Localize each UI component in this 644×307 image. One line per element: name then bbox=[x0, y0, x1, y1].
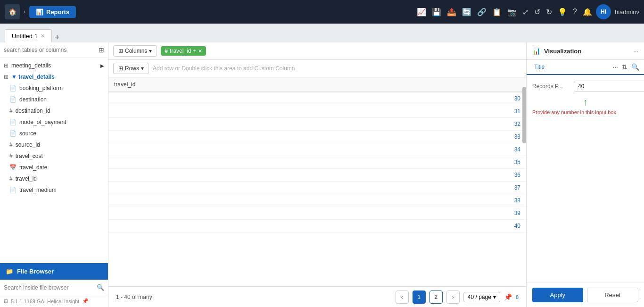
share-icon[interactable]: 🔗 bbox=[477, 8, 487, 17]
reports-button[interactable]: 📊 Reports bbox=[29, 6, 76, 18]
table-row: 31 bbox=[108, 105, 526, 118]
table-row: 37 bbox=[108, 182, 526, 194]
reports-icon: 📊 bbox=[36, 8, 43, 16]
file-browser-button[interactable]: 📁 File Browser bbox=[0, 263, 108, 280]
tree-item-travel-medium[interactable]: 📄 travel_medium bbox=[0, 184, 108, 196]
data-area: travel_id 3031323334353637383940 1 - 40 … bbox=[108, 77, 526, 307]
tree-item-label: destination bbox=[19, 96, 47, 103]
tree-item-source-id[interactable]: # source_id bbox=[0, 139, 108, 150]
hash-icon: # bbox=[9, 108, 13, 114]
undo-icon[interactable]: ↺ bbox=[534, 8, 540, 17]
tree-item-booking-platform[interactable]: 📄 booking_platform bbox=[0, 83, 108, 94]
search-tables-input[interactable] bbox=[4, 47, 96, 53]
vertical-scrollbar[interactable] bbox=[522, 77, 526, 283]
tab-title[interactable]: Title bbox=[527, 60, 552, 75]
username-label: hiadminv bbox=[615, 8, 639, 16]
file-browser-search-bar: 🔍 bbox=[0, 280, 108, 295]
table-icon: ⊞ bbox=[4, 62, 8, 69]
camera-icon[interactable]: 📷 bbox=[507, 8, 517, 17]
records-label: Records P... bbox=[532, 83, 570, 90]
dots-menu-icon[interactable]: ··· bbox=[612, 63, 618, 71]
hash-icon: # bbox=[9, 175, 13, 182]
rows-button[interactable]: ⊞ Rows ▾ bbox=[113, 63, 149, 74]
home-button[interactable]: 🏠 bbox=[5, 4, 20, 19]
add-row-hint[interactable]: Add row or Double click this area to add… bbox=[153, 65, 521, 72]
scrollbar-thumb[interactable] bbox=[522, 87, 526, 143]
tab-untitled1[interactable]: Untitled 1 ✕ bbox=[5, 29, 52, 42]
table-row: 40 bbox=[108, 220, 526, 232]
line-chart-icon[interactable]: 📈 bbox=[417, 8, 426, 17]
columns-table-icon: ⊞ bbox=[118, 48, 123, 54]
main-area: ⊞ ⊞ meeting_details ▶ ⊞ ▼ travel_details… bbox=[0, 42, 644, 307]
table-row: 38 bbox=[108, 194, 526, 207]
tree-item-destination-id[interactable]: # destination_id bbox=[0, 105, 108, 116]
tree-item-label: travel_medium bbox=[19, 187, 57, 193]
search-panel-icon[interactable]: 🔍 bbox=[631, 63, 639, 71]
columns-label: Columns bbox=[125, 48, 147, 54]
tree-item-label: booking_platform bbox=[19, 85, 63, 91]
visualization-icon: 📊 bbox=[532, 47, 540, 55]
folder-icon: 📁 bbox=[6, 268, 13, 275]
table-row: 30 bbox=[108, 92, 526, 105]
pin-number: 8 bbox=[516, 294, 519, 300]
top-navigation: 🏠 › 📊 Reports 📈 💾 📤 🔄 🔗 📋 📷 ⤢ ↺ ↻ 💡 ? 🔔 … bbox=[0, 0, 644, 24]
tree-item-label: ▼ travel_details bbox=[11, 74, 55, 80]
reset-button[interactable]: Reset bbox=[587, 288, 639, 302]
file-browser-search-input[interactable] bbox=[4, 284, 94, 291]
file-search-icon[interactable]: 🔍 bbox=[97, 284, 104, 291]
tree-item-travel-id[interactable]: # travel_id bbox=[0, 173, 108, 184]
cell-travel-id: 36 bbox=[108, 169, 526, 182]
column-add-button[interactable]: + bbox=[193, 48, 196, 54]
columns-button[interactable]: ⊞ Columns ▾ bbox=[113, 45, 157, 57]
visualization-options-button[interactable]: ··· bbox=[633, 48, 638, 55]
column-hash-icon: # bbox=[165, 48, 168, 54]
footer-pin-icon[interactable]: 📌 bbox=[82, 298, 89, 304]
help-icon[interactable]: ? bbox=[573, 8, 577, 16]
table-search-bar: ⊞ bbox=[0, 42, 108, 58]
page-1-button[interactable]: 1 bbox=[413, 290, 426, 304]
footer-grid-icon: ⊞ bbox=[4, 298, 8, 304]
save-icon[interactable]: 💾 bbox=[432, 8, 441, 17]
tree-item-source[interactable]: 📄 source bbox=[0, 128, 108, 139]
bell-icon[interactable]: 🔔 bbox=[583, 8, 592, 17]
tree-item-travel-cost[interactable]: # travel_cost bbox=[0, 150, 108, 162]
column-remove-button[interactable]: ✕ bbox=[198, 48, 202, 54]
layout-icon[interactable]: 📋 bbox=[492, 8, 502, 17]
sort-icon[interactable]: ⇅ bbox=[622, 63, 627, 71]
redo-icon[interactable]: ↻ bbox=[546, 8, 552, 17]
page-2-button[interactable]: 2 bbox=[429, 290, 443, 304]
doc-icon: 📄 bbox=[9, 85, 17, 91]
tab-close-button[interactable]: ✕ bbox=[41, 33, 45, 39]
footer-version: 5.1.1.1169 GA bbox=[11, 299, 44, 304]
page-info: 1 - 40 of many bbox=[116, 294, 152, 300]
bulb-icon[interactable]: 💡 bbox=[558, 8, 567, 17]
tree-item-mode-of-payment[interactable]: 📄 mode_of_payment bbox=[0, 116, 108, 128]
right-panel-tabs: Title ··· ⇅ 🔍 bbox=[527, 60, 644, 75]
tree-item-travel-details[interactable]: ⊞ ▼ travel_details bbox=[0, 71, 108, 83]
records-input[interactable] bbox=[574, 81, 644, 92]
next-page-button[interactable]: › bbox=[446, 290, 460, 304]
tree-item-label: source bbox=[19, 130, 36, 137]
tree-item-meeting-details[interactable]: ⊞ meeting_details ▶ bbox=[0, 60, 108, 71]
grid-view-icon[interactable]: ⊞ bbox=[99, 46, 104, 54]
tree-item-destination[interactable]: 📄 destination bbox=[0, 94, 108, 105]
user-avatar[interactable]: HI bbox=[596, 4, 611, 19]
tree-item-label: travel_id bbox=[16, 175, 37, 182]
export-icon[interactable]: 📤 bbox=[447, 8, 456, 17]
right-panel-header: 📊 Visualization ··· bbox=[527, 42, 644, 60]
cell-travel-id: 30 bbox=[108, 92, 526, 105]
right-panel-footer: Apply Reset bbox=[527, 282, 644, 307]
expand-icon[interactable]: ⤢ bbox=[522, 8, 528, 17]
pin-icon[interactable]: 📌 bbox=[504, 293, 512, 301]
rows-toolbar: ⊞ Rows ▾ Add row or Double click this ar… bbox=[108, 60, 526, 77]
pagination-bar: 1 - 40 of many ‹ 1 2 › 40 / page ▾ 📌 8 bbox=[108, 286, 526, 307]
page-size-selector[interactable]: 40 / page ▾ bbox=[463, 292, 500, 302]
new-tab-button[interactable]: + bbox=[55, 33, 60, 41]
nav-icons-group: 📈 💾 📤 🔄 🔗 📋 📷 ⤢ ↺ ↻ 💡 ? 🔔 bbox=[417, 8, 592, 17]
tree-item-travel-date[interactable]: 📅 travel_date bbox=[0, 162, 108, 173]
prev-page-button[interactable]: ‹ bbox=[396, 290, 409, 304]
apply-button[interactable]: Apply bbox=[532, 288, 583, 302]
refresh-icon[interactable]: 🔄 bbox=[462, 8, 471, 17]
tree-item-label: mode_of_payment bbox=[19, 119, 66, 125]
cell-travel-id: 33 bbox=[108, 131, 526, 143]
